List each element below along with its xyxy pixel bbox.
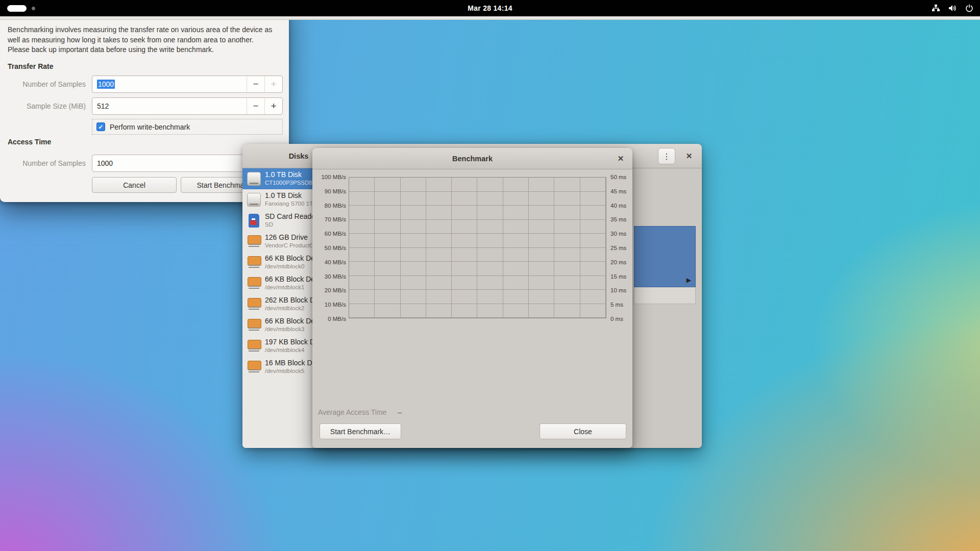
right-axis-tick-label: 45 ms xyxy=(610,187,632,196)
settings-description: Benchmarking involves measuring the tran… xyxy=(8,25,283,55)
right-axis-tick-label: 20 ms xyxy=(610,258,632,267)
access-time-samples-label: Number of Samples xyxy=(0,155,86,172)
left-axis-tick-label: 10 MB/s xyxy=(312,300,346,309)
left-axis-tick-label: 70 MB/s xyxy=(312,215,346,224)
volume-toolbar-strip xyxy=(634,287,696,304)
disk-icon xyxy=(247,318,261,332)
left-axis-tick-label: 100 MB/s xyxy=(312,172,346,182)
cancel-button[interactable]: Cancel xyxy=(92,177,177,193)
benchmark-chart-plot xyxy=(349,177,606,318)
access-time-samples-input[interactable]: 1000 xyxy=(92,155,247,171)
right-axis-tick-label: 35 ms xyxy=(610,215,632,224)
chart-right-axis: 50 ms45 ms40 ms35 ms30 ms25 ms20 ms15 ms… xyxy=(610,172,632,323)
right-axis-tick-label: 0 ms xyxy=(610,314,632,323)
minus-button[interactable]: − xyxy=(247,98,264,114)
right-axis-tick-label: 40 ms xyxy=(610,201,632,210)
chart-left-axis: 100 MB/s90 MB/s80 MB/s70 MB/s60 MB/s50 M… xyxy=(312,172,346,323)
benchmark-window: Benchmark ✕ 100 MB/s90 MB/s80 MB/s70 MB/… xyxy=(312,148,632,448)
sample-size-input[interactable]: 512 xyxy=(92,98,247,114)
benchmark-close-window-button[interactable]: Close xyxy=(540,423,626,439)
top-bar: Mar 28 14:14 xyxy=(0,0,980,16)
average-access-time-row: Average Access Time – xyxy=(318,408,402,416)
sample-size-spinbox[interactable]: 512 − + xyxy=(92,97,283,115)
play-icon: ▶ xyxy=(687,277,691,284)
left-axis-tick-label: 20 MB/s xyxy=(312,286,346,295)
active-workspace-pill[interactable] xyxy=(7,5,27,12)
right-axis-tick-label: 10 ms xyxy=(610,286,632,295)
number-of-samples-input[interactable]: 1000 xyxy=(92,76,247,92)
clock[interactable]: Mar 28 14:14 xyxy=(468,4,512,12)
sample-size-label: Sample Size (MiB) xyxy=(0,97,86,115)
disk-icon xyxy=(247,256,261,269)
benchmark-close-button[interactable]: ✕ xyxy=(614,152,627,165)
left-axis-tick-label: 40 MB/s xyxy=(312,258,346,267)
benchmark-window-title: Benchmark xyxy=(452,155,493,163)
number-of-samples-row: Number of Samples 1000 − + xyxy=(0,76,289,93)
perform-write-benchmark-row[interactable]: ✓ Perform write-benchmark xyxy=(92,119,283,135)
checkbox-checked-icon[interactable]: ✓ xyxy=(96,122,105,131)
disk-icon xyxy=(247,172,261,186)
number-of-samples-spinbox[interactable]: 1000 − + xyxy=(92,76,283,93)
power-icon xyxy=(965,4,974,13)
disk-icon xyxy=(247,235,261,248)
average-access-time-value: – xyxy=(398,408,402,416)
left-axis-tick-label: 30 MB/s xyxy=(312,272,346,281)
transfer-rate-heading: Transfer Rate xyxy=(8,62,53,70)
disk-icon xyxy=(247,297,261,311)
disk-icon xyxy=(247,360,261,374)
plus-button[interactable]: + xyxy=(264,76,282,92)
disk-icon xyxy=(247,339,261,353)
disk-icon xyxy=(247,214,261,228)
menu-kebab-button[interactable]: ⋮ xyxy=(658,148,675,164)
left-axis-tick-label: 50 MB/s xyxy=(312,243,346,253)
disk-icon xyxy=(247,193,261,207)
inactive-workspace-dot[interactable] xyxy=(32,7,35,10)
network-wired-icon xyxy=(931,4,940,13)
left-axis-tick-label: 80 MB/s xyxy=(312,201,346,210)
left-axis-tick-label: 60 MB/s xyxy=(312,229,346,238)
number-of-samples-label: Number of Samples xyxy=(0,76,86,93)
sample-size-row: Sample Size (MiB) 512 − + xyxy=(0,97,289,115)
minus-button[interactable]: − xyxy=(247,76,264,92)
disk-icon xyxy=(247,277,261,290)
system-status-area[interactable] xyxy=(931,0,974,16)
workspace-indicator[interactable] xyxy=(7,0,35,16)
right-axis-tick-label: 50 ms xyxy=(610,172,632,182)
selected-text: 1000 xyxy=(97,80,115,89)
start-benchmark-button[interactable]: Start Benchmark… xyxy=(320,423,401,439)
right-axis-tick-label: 15 ms xyxy=(610,272,632,281)
access-time-heading: Access Time xyxy=(8,138,51,146)
right-axis-tick-label: 5 ms xyxy=(610,300,632,309)
average-access-time-label: Average Access Time xyxy=(318,408,386,416)
left-axis-tick-label: 0 MB/s xyxy=(312,314,346,323)
perform-write-benchmark-label: Perform write-benchmark xyxy=(110,123,190,131)
right-axis-tick-label: 25 ms xyxy=(610,243,632,253)
volume-icon xyxy=(948,4,957,13)
right-axis-tick-label: 30 ms xyxy=(610,229,632,238)
left-axis-tick-label: 90 MB/s xyxy=(312,187,346,196)
plus-button[interactable]: + xyxy=(264,98,282,114)
benchmark-titlebar[interactable]: Benchmark ✕ xyxy=(312,148,632,169)
disks-close-button[interactable]: ✕ xyxy=(682,149,696,163)
volume-map-segment[interactable]: ▶ xyxy=(634,226,696,287)
